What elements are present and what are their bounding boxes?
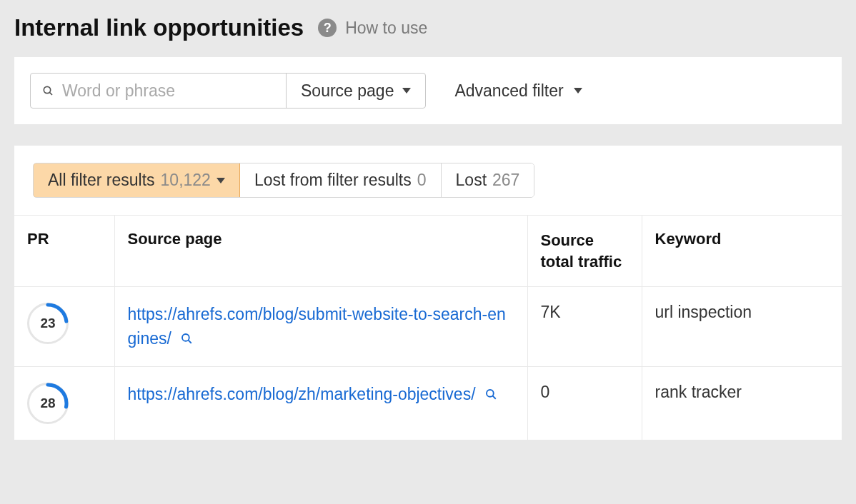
tab-lost-filter-label: Lost from filter results	[254, 171, 412, 190]
search-group: Source page	[30, 73, 426, 109]
svg-line-1	[50, 93, 52, 95]
traffic-cell: 7K	[527, 287, 642, 367]
result-section: All filter results 10,122 Lost from filt…	[14, 146, 842, 440]
tab-all-count: 10,122	[161, 171, 211, 190]
col-source-traffic[interactable]: Source total traffic	[527, 216, 642, 287]
source-page-cell: https://ahrefs.com/blog/zh/marketing-obj…	[114, 367, 527, 440]
traffic-cell: 0	[527, 367, 642, 440]
search-input[interactable]	[61, 81, 274, 101]
table-row: 23https://ahrefs.com/blog/submit-website…	[14, 287, 842, 367]
pr-cell: 23	[14, 287, 114, 367]
how-to-use-link[interactable]: ? How to use	[318, 19, 427, 38]
search-icon	[42, 83, 54, 99]
tab-all-filter-results[interactable]: All filter results 10,122	[33, 163, 240, 198]
results-table: PR Source page Source total traffic Keyw…	[14, 215, 842, 440]
col-keyword[interactable]: Keyword	[642, 216, 842, 287]
col-pr[interactable]: PR	[14, 216, 114, 287]
result-tabs: All filter results 10,122 Lost from filt…	[14, 146, 842, 198]
tab-lost-count: 267	[492, 171, 519, 190]
pr-cell: 28	[14, 367, 114, 440]
source-page-cell: https://ahrefs.com/blog/submit-website-t…	[114, 287, 527, 367]
col-source-page[interactable]: Source page	[114, 216, 527, 287]
tab-all-label: All filter results	[48, 171, 155, 190]
segmented-control: All filter results 10,122 Lost from filt…	[33, 163, 534, 198]
search-scope-label: Source page	[301, 81, 394, 101]
pr-badge: 23	[27, 303, 69, 344]
tab-lost[interactable]: Lost 267	[441, 163, 534, 197]
advanced-filter-label: Advanced filter	[454, 81, 563, 101]
pr-badge: 28	[27, 383, 69, 424]
page-header: Internal link opportunities ? How to use	[14, 14, 842, 41]
table-row: 28https://ahrefs.com/blog/zh/marketing-o…	[14, 367, 842, 440]
svg-line-4	[189, 341, 191, 343]
search-field-wrap	[31, 74, 286, 108]
tab-lost-label: Lost	[456, 171, 487, 190]
keyword-cell: url inspection	[642, 287, 842, 367]
search-scope-dropdown[interactable]: Source page	[286, 74, 425, 108]
page-title: Internal link opportunities	[14, 14, 304, 41]
chevron-down-icon	[402, 88, 411, 94]
svg-point-0	[44, 86, 50, 93]
table-header-row: PR Source page Source total traffic Keyw…	[14, 216, 842, 287]
advanced-filter-button[interactable]: Advanced filter	[454, 81, 582, 101]
how-to-use-label: How to use	[345, 19, 427, 38]
inspect-icon[interactable]	[180, 330, 193, 349]
svg-point-5	[29, 385, 66, 422]
svg-point-6	[487, 390, 494, 397]
svg-line-7	[493, 396, 496, 399]
chevron-down-icon	[574, 88, 582, 94]
keyword-cell: rank tracker	[642, 367, 842, 440]
inspect-icon[interactable]	[484, 385, 497, 405]
source-page-link[interactable]: https://ahrefs.com/blog/zh/marketing-obj…	[128, 385, 476, 403]
search-bar: Source page Advanced filter	[14, 57, 842, 124]
help-icon: ?	[318, 19, 337, 37]
tab-lost-filter-count: 0	[417, 171, 427, 190]
svg-point-2	[29, 305, 66, 342]
tab-lost-from-filter[interactable]: Lost from filter results 0	[239, 163, 441, 197]
svg-point-3	[182, 334, 189, 341]
chevron-down-icon	[217, 178, 225, 183]
